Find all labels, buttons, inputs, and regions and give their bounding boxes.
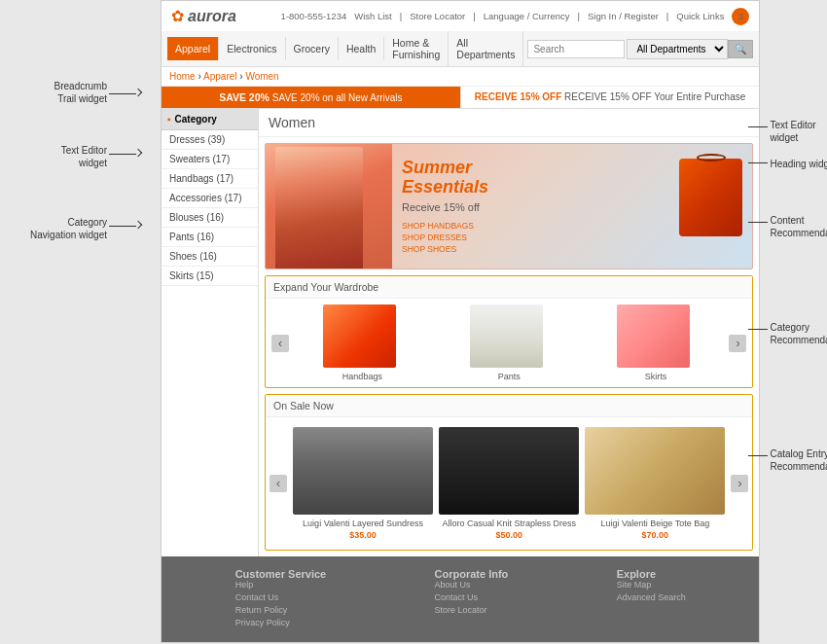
header-top: ✿ aurora 1-800-555-1234 Wish List | Stor… (162, 1, 759, 31)
hero-model-image (266, 144, 392, 268)
breadcrumb-home[interactable]: Home (169, 71, 196, 82)
nav-bar: Apparel Electronics Grocery Health Home … (162, 31, 759, 67)
product-image-3 (585, 427, 725, 515)
hero-subtitle: Receive 15% off (402, 201, 488, 213)
sidebar-item-handbags[interactable]: Handbags (17) (162, 169, 258, 189)
sidebar-item-blouses[interactable]: Blouses (16) (162, 208, 258, 228)
catalog-entry-header: On Sale Now (266, 395, 752, 417)
nav-health[interactable]: Health (339, 37, 384, 60)
footer-link-help[interactable]: Help (235, 580, 327, 590)
hero-bag-image (679, 159, 742, 236)
hero-text: SummerEssentials Receive 15% off SHOP HA… (392, 144, 498, 268)
sidebar-item-skirts[interactable]: Skirts (15) (162, 267, 258, 286)
category-recommendation-widget: Expand Your Wardrobe ‹ Handbags Pants (265, 275, 753, 388)
header-links: 1-800-555-1234 Wish List | Store Locator… (281, 8, 750, 25)
footer-link-privacy[interactable]: Privacy Policy (235, 618, 327, 627)
nav-electronics[interactable]: Electronics (219, 37, 285, 60)
product-grid: Luigi Valenti Layered Sundress $35.00 Al… (287, 421, 731, 546)
sign-in-link[interactable]: Sign In / Register (588, 11, 659, 21)
product-carousel: ‹ Luigi Valenti Layered Sundress $35.00 … (266, 417, 752, 550)
footer-link-contact2[interactable]: Contact Us (435, 592, 509, 602)
product-card-2: Alloro Casual Knit Strapless Dress $50.0… (439, 427, 579, 540)
footer-link-about[interactable]: About Us (435, 580, 509, 590)
product-name-2: Alloro Casual Knit Strapless Dress (439, 519, 579, 528)
product-price-3: $70.00 (585, 530, 725, 540)
carousel: ‹ Handbags Pants (266, 299, 752, 387)
search-box: All Departments 🔍 (527, 39, 753, 59)
text-editor-ann-label: Text Editor widget (15, 144, 107, 169)
hero-banner: SummerEssentials Receive 15% off SHOP HA… (265, 143, 753, 269)
carousel-item-handbags[interactable]: Handbags (323, 304, 401, 381)
language-link[interactable]: Language / Currency (484, 11, 570, 21)
skirts-thumb (617, 304, 690, 368)
footer-col-3: Explore Site Map Advanced Search (617, 568, 686, 630)
footer-col-2: Corporate Info About Us Contact Us Store… (435, 568, 509, 630)
nav-home[interactable]: Home & Furnishing (384, 31, 449, 66)
footer-col-2-title: Corporate Info (435, 568, 509, 580)
category-rec-header: Expand Your Wardrobe (266, 276, 752, 299)
carousel-item-skirts[interactable]: Skirts (617, 304, 695, 381)
search-button[interactable]: 🔍 (728, 40, 753, 58)
footer: Customer Service Help Contact Us Return … (162, 556, 759, 642)
sidebar-item-pants[interactable]: Pants (16) (162, 228, 258, 247)
sidebar-item-dresses[interactable]: Dresses (39) (162, 130, 258, 150)
footer-link-store[interactable]: Store Locator (435, 605, 509, 615)
product-name-3: Luigi Valenti Beige Tote Bag (585, 519, 725, 528)
wish-list-link[interactable]: Wish List (354, 11, 392, 21)
search-input[interactable] (527, 40, 625, 58)
cart-count: 3 (738, 12, 743, 21)
sidebar: ▪ Category Dresses (39) Sweaters (17) Ha… (162, 109, 259, 556)
hero-link-dresses[interactable]: SHOP DRESSES (402, 233, 488, 242)
skirts-label: Skirts (617, 372, 695, 381)
carousel-item-pants[interactable]: Pants (470, 304, 548, 381)
content-rec-ann-label: Content Recommendation widget (770, 214, 827, 239)
nav-grocery[interactable]: Grocery (286, 37, 339, 60)
hero-link-shoes[interactable]: SHOP SHOES (402, 244, 488, 254)
footer-link-sitemap[interactable]: Site Map (617, 580, 686, 590)
sidebar-item-sweaters[interactable]: Sweaters (17) (162, 150, 258, 169)
product-card-3: Luigi Valenti Beige Tote Bag $70.00 (585, 427, 725, 540)
promo-left: SAVE 20% SAVE 20% on all New Arrivals (162, 87, 460, 108)
text-editor-right-ann-label: Text Editor widget (770, 119, 815, 144)
sidebar-item-accessories[interactable]: Accessories (17) (162, 189, 258, 208)
handbag-label: Handbags (323, 372, 401, 381)
product-prev-button[interactable]: ‹ (270, 475, 287, 492)
product-image-2 (439, 427, 579, 515)
promo-right: RECEIVE 15% OFF RECEIVE 15% OFF Your Ent… (460, 87, 760, 108)
footer-col-1-title: Customer Service (235, 568, 327, 580)
product-price-2: $50.00 (439, 530, 579, 540)
product-name-1: Luigi Valenti Layered Sundress (293, 519, 433, 528)
logo-text: aurora (188, 8, 236, 25)
carousel-next-button[interactable]: › (729, 335, 746, 352)
search-dept-select[interactable]: All Departments (627, 39, 728, 59)
sidebar-item-shoes[interactable]: Shoes (16) (162, 247, 258, 267)
product-price-1: $35.00 (293, 530, 433, 540)
catalog-entry-ann-label: Catalog Entry Recommendation widget (770, 447, 827, 473)
footer-link-return[interactable]: Return Policy (235, 605, 327, 615)
product-next-button[interactable]: › (731, 475, 748, 492)
product-card-1: Luigi Valenti Layered Sundress $35.00 (293, 427, 433, 540)
carousel-prev-button[interactable]: ‹ (271, 335, 289, 352)
pants-thumb (470, 304, 543, 368)
pants-label: Pants (470, 372, 548, 381)
breadcrumb-women: Women (245, 71, 278, 82)
cart-icon[interactable]: 3 (732, 8, 749, 25)
logo[interactable]: ✿ aurora (171, 7, 236, 25)
logo-icon: ✿ (171, 7, 184, 25)
main-content: ▪ Category Dresses (39) Sweaters (17) Ha… (162, 109, 759, 556)
content-area: Women SummerEssentials Receive 15% off S… (259, 109, 759, 556)
footer-link-contact1[interactable]: Contact Us (235, 592, 327, 602)
nav-all-departments[interactable]: All Departments (449, 31, 523, 66)
sidebar-header: ▪ Category (162, 109, 258, 130)
breadcrumb: Home › Apparel › Women (162, 67, 759, 87)
nav-apparel[interactable]: Apparel (167, 37, 219, 60)
footer-link-advanced-search[interactable]: Advanced Search (617, 592, 686, 602)
heading-ann-label: Heading widget (770, 158, 827, 170)
store-locator-link[interactable]: Store Locator (410, 11, 465, 21)
footer-col-3-title: Explore (617, 568, 686, 580)
breadcrumb-apparel[interactable]: Apparel (203, 71, 236, 82)
section-heading: Women (259, 109, 759, 137)
quick-links-link[interactable]: Quick Links (676, 11, 724, 21)
promo-bar: SAVE 20% SAVE 20% on all New Arrivals RE… (162, 87, 759, 109)
hero-link-handbags[interactable]: SHOP HANDBAGS (402, 221, 488, 231)
